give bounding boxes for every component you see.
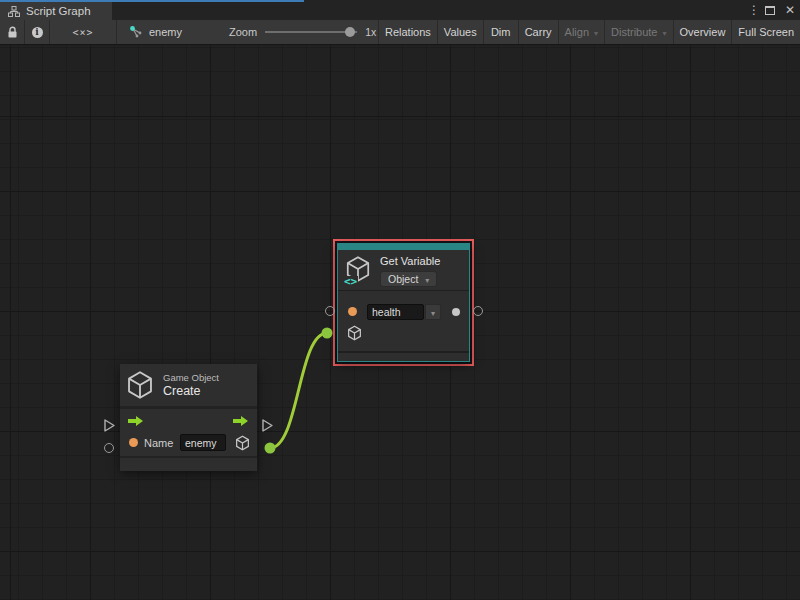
full-screen-label: Full Screen <box>738 26 794 38</box>
wire-source-dot[interactable] <box>265 443 276 454</box>
values-label: Values <box>444 26 477 38</box>
variable-scope-dropdown[interactable]: Object ▾ <box>380 271 437 287</box>
zoom-slider-handle[interactable] <box>345 27 355 37</box>
carry-label: Carry <box>525 26 552 38</box>
node-game-object-create[interactable]: Game Object Create Name <box>120 364 257 471</box>
tab-script-graph[interactable]: Script Graph <box>0 2 112 20</box>
variable-name-dropdown[interactable]: ▾ <box>425 304 441 320</box>
lock-button[interactable] <box>0 20 25 44</box>
node-get-variable[interactable]: <> Get Variable Object ▾ ▾ <box>337 243 470 362</box>
value-output-port[interactable] <box>452 308 460 316</box>
caret-down-icon: ▾ <box>663 29 667 38</box>
right-port[interactable] <box>473 306 483 316</box>
code-brackets-icon: <> <box>343 276 358 287</box>
zoom-value: 1x <box>365 26 376 38</box>
edit-source-button[interactable]: <×> <box>50 20 117 44</box>
node-category: Game Object <box>163 372 219 384</box>
variable-name-port[interactable] <box>348 307 357 316</box>
window-controls: ⋮ ✕ <box>748 0 796 20</box>
tab-label: Script Graph <box>26 5 91 17</box>
name-port-label: Name <box>144 437 173 449</box>
lock-icon <box>7 26 18 39</box>
info-icon: i <box>32 27 43 38</box>
name-input[interactable] <box>180 434 226 451</box>
breadcrumb-graph-name: enemy <box>149 26 182 38</box>
graph-node-icon <box>129 25 143 39</box>
title-bar: Script Graph ⋮ ✕ <box>0 0 800 20</box>
dim-label: Dim <box>491 26 511 38</box>
flow-input-port[interactable] <box>103 418 116 433</box>
scope-label: Object <box>388 273 418 285</box>
graph-canvas[interactable]: Game Object Create Name <box>0 45 800 600</box>
script-graph-window: Script Graph ⋮ ✕ i <×> <box>0 0 800 600</box>
caret-down-icon: ▾ <box>431 309 435 318</box>
node-footer <box>338 351 469 361</box>
carry-button[interactable]: Carry <box>519 20 559 44</box>
name-row: Name <box>120 431 257 456</box>
name-value-port[interactable] <box>129 438 138 447</box>
align-button: Align ▾ <box>559 20 605 44</box>
relations-button[interactable]: Relations <box>379 20 438 44</box>
flow-output-port[interactable] <box>261 418 274 433</box>
flow-row <box>120 409 257 431</box>
zoom-slider-track[interactable] <box>265 31 357 33</box>
game-object-cube-icon <box>126 370 154 400</box>
overview-button[interactable]: Overview <box>674 20 733 44</box>
node-title: Get Variable <box>380 255 440 268</box>
dim-button[interactable]: Dim <box>484 20 519 44</box>
node-body: ▾ <box>338 291 469 351</box>
values-button[interactable]: Values <box>438 20 484 44</box>
distribute-label: Distribute <box>611 26 657 38</box>
full-screen-button[interactable]: Full Screen <box>732 20 800 44</box>
zoom-label: Zoom <box>229 26 257 38</box>
zoom-slider[interactable] <box>265 26 357 38</box>
graph-breadcrumb[interactable]: enemy <box>117 20 207 44</box>
wire-target-dot[interactable] <box>322 328 333 339</box>
relations-label: Relations <box>385 26 431 38</box>
overview-label: Overview <box>680 26 726 38</box>
zoom-control: Zoom 1x <box>207 20 379 44</box>
connection-wire[interactable] <box>270 333 327 448</box>
graph-toolbar: i <×> enemy Zoom 1x Relations <box>0 20 800 45</box>
node-get-variable-selection[interactable]: <> Get Variable Object ▾ ▾ <box>333 239 474 366</box>
inspect-button[interactable]: i <box>25 20 50 44</box>
left-port[interactable] <box>325 306 335 316</box>
caret-down-icon: ▾ <box>594 29 598 38</box>
maximize-icon[interactable] <box>765 6 775 15</box>
graph-hierarchy-icon <box>8 6 20 17</box>
name-input-port[interactable] <box>104 443 114 453</box>
flow-output-arrow-icon[interactable] <box>233 415 249 427</box>
window-menu-icon[interactable]: ⋮ <box>748 0 756 20</box>
node-header: Game Object Create <box>120 364 257 406</box>
close-icon[interactable]: ✕ <box>784 0 796 20</box>
caret-down-icon: ▾ <box>425 276 429 285</box>
toolbar-buttons: Relations Values Dim Carry Align ▾ Distr… <box>379 20 800 44</box>
align-label: Align <box>565 26 589 38</box>
node-header: <> Get Variable Object ▾ <box>338 250 469 290</box>
gameobject-output-port-icon[interactable] <box>235 435 250 451</box>
flow-input-arrow-icon[interactable] <box>128 415 144 427</box>
node-title: Create <box>163 384 219 399</box>
variable-name-input[interactable] <box>367 304 424 320</box>
gameobject-input-port-icon[interactable] <box>347 325 362 341</box>
distribute-button: Distribute ▾ <box>605 20 673 44</box>
node-footer <box>120 456 257 471</box>
code-icon: <×> <box>72 27 93 38</box>
